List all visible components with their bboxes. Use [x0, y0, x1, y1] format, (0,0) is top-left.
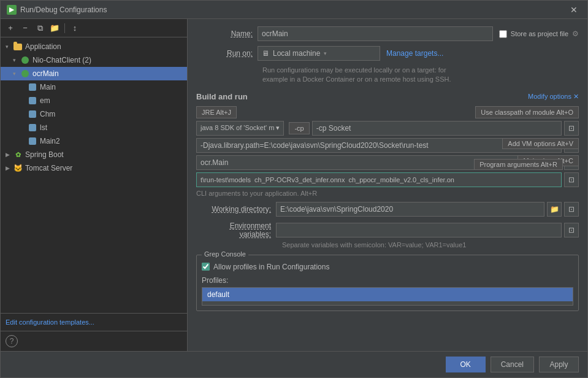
- expand-arrow: ▾: [6, 44, 13, 50]
- main2-label: Main2: [40, 137, 60, 145]
- working-dir-expand-button[interactable]: ⊡: [564, 202, 579, 217]
- dropdown-arrow-icon: ▾: [324, 50, 327, 56]
- main2-icon: [28, 136, 37, 146]
- tomcat-label: Tomcat Server: [25, 164, 72, 172]
- sort-button[interactable]: ↕: [69, 22, 81, 34]
- copy-icon: ⧉: [37, 23, 43, 33]
- left-toolbar: + − ⧉ 📁 ↕: [1, 19, 187, 37]
- close-button[interactable]: ✕: [567, 4, 581, 16]
- manage-targets-link[interactable]: Manage targets...: [386, 49, 443, 58]
- working-dir-row: Working directory: 📁 ⊡: [196, 202, 579, 217]
- env-vars-input[interactable]: [276, 223, 562, 237]
- remove-config-button[interactable]: −: [19, 22, 31, 34]
- right-panel: Name: Store as project file ⚙ Run on: 🖥 …: [188, 19, 587, 351]
- tree-em[interactable]: em: [1, 94, 187, 107]
- prog-args-input[interactable]: [196, 172, 562, 187]
- chm-label: Chm: [40, 110, 55, 118]
- edit-templates-link[interactable]: Edit configuration templates...: [1, 313, 187, 331]
- chm-icon: [28, 109, 37, 119]
- sort-icon: ↕: [73, 23, 77, 33]
- allow-profiles-row: Allow profiles in Run Configurations: [202, 263, 573, 271]
- ok-button[interactable]: OK: [446, 357, 486, 372]
- application-folder-icon: [13, 42, 23, 52]
- modify-options-link[interactable]: Modify options ✕: [528, 93, 579, 101]
- sdk-label-text: java 8 SDK of 'Socket' m ▾: [200, 124, 280, 132]
- run-on-row: Run on: 🖥 Local machine ▾ Manage targets…: [196, 46, 579, 61]
- tomcat-icon: 🐱: [13, 163, 23, 173]
- nio-chat-icon: [20, 55, 30, 65]
- folder-config-button[interactable]: 📁: [48, 22, 61, 34]
- prog-args-row: ⊡ Program arguments Alt+R: [196, 172, 579, 187]
- tree-main2[interactable]: Main2: [1, 134, 187, 148]
- expand-arrow: ▶: [6, 165, 13, 171]
- grep-console-legend: Grep Console: [202, 250, 248, 258]
- cp-flag: -cp: [289, 122, 309, 134]
- cli-hint-text: CLI arguments to your application. Alt+R: [196, 190, 579, 197]
- bottom-bar: OK Cancel Apply: [1, 351, 587, 377]
- tree-main[interactable]: Main: [1, 80, 187, 94]
- allow-profiles-checkbox[interactable]: [202, 263, 210, 271]
- help-area: ?: [1, 331, 187, 351]
- name-label: Name:: [196, 29, 258, 38]
- sdk-dropdown[interactable]: java 8 SDK of 'Socket' m ▾: [196, 121, 284, 136]
- working-dir-input[interactable]: [276, 202, 544, 217]
- ocrmain-label: ocrMain: [32, 69, 59, 78]
- working-dir-folder-button[interactable]: 📁: [547, 202, 562, 217]
- allow-profiles-label: Allow profiles in Run Configurations: [213, 263, 329, 271]
- main-content: + − ⧉ 📁 ↕ ▾: [1, 19, 587, 351]
- info-text: Run configurations may be executed local…: [262, 66, 579, 85]
- profiles-list: default: [202, 287, 573, 306]
- env-vars-expand-button[interactable]: ⊡: [564, 223, 579, 237]
- prog-args-expand-button[interactable]: ⊡: [564, 172, 579, 187]
- nio-chat-label: Nio-ChatClient (2): [32, 56, 91, 64]
- application-label: Application: [25, 42, 61, 51]
- jre-hint[interactable]: JRE Alt+J: [196, 106, 237, 118]
- cancel-button[interactable]: Cancel: [491, 357, 534, 372]
- folder-icon: 📁: [50, 23, 59, 33]
- name-input[interactable]: [258, 26, 493, 41]
- left-panel: + − ⧉ 📁 ↕ ▾: [1, 19, 188, 351]
- tree-nio-chat[interactable]: ▾ Nio-ChatClient (2): [1, 53, 187, 67]
- lst-icon: [28, 123, 37, 133]
- gear-icon[interactable]: ⚙: [572, 29, 579, 38]
- title-bar: ▶ Run/Debug Configurations ✕: [1, 1, 587, 19]
- help-button[interactable]: ?: [6, 335, 18, 347]
- expand-arrow: ▾: [13, 57, 20, 63]
- expand-classpath-button[interactable]: ⊡: [564, 121, 579, 136]
- build-run-title: Build and run: [196, 92, 248, 101]
- prog-args-hint: Program arguments Alt+R: [474, 159, 563, 170]
- store-label: Store as project file: [511, 30, 568, 37]
- em-icon: [28, 96, 37, 106]
- env-hint-text: Separate variables with semicolon: VAR=v…: [282, 241, 579, 249]
- classpath-input[interactable]: [312, 121, 562, 136]
- run-on-dropdown[interactable]: 🖥 Local machine ▾: [258, 46, 380, 61]
- spring-boot-label: Spring Boot: [25, 150, 64, 159]
- em-label: em: [40, 96, 50, 105]
- run-debug-dialog: ▶ Run/Debug Configurations ✕ + − ⧉ 📁 ↕: [0, 0, 588, 378]
- profile-item-default[interactable]: default: [202, 288, 573, 301]
- build-run-header: Build and run Modify options ✕: [196, 92, 579, 101]
- grep-console-group: Grep Console Allow profiles in Run Confi…: [196, 255, 579, 311]
- tree-spring-boot[interactable]: ▶ ✿ Spring Boot: [1, 148, 187, 161]
- tree-tomcat[interactable]: ▶ 🐱 Tomcat Server: [1, 161, 187, 175]
- store-as-project-checkbox[interactable]: [499, 30, 507, 38]
- local-machine-icon: 🖥: [262, 49, 269, 58]
- classpath-hint[interactable]: Use classpath of module Alt+O: [475, 106, 579, 118]
- tree-application[interactable]: ▾ Application: [1, 40, 187, 53]
- spring-boot-icon: ✿: [13, 150, 23, 160]
- sdk-classpath-row: java 8 SDK of 'Socket' m ▾ -cp ⊡: [196, 121, 579, 136]
- expand-arrow: ▶: [6, 152, 13, 158]
- toolbar-divider: [64, 23, 65, 33]
- add-vm-hint: Add VM options Alt+V: [502, 138, 579, 149]
- tree-lst[interactable]: lst: [1, 121, 187, 134]
- title-bar-left: ▶ Run/Debug Configurations: [7, 5, 107, 15]
- main-icon: [28, 82, 37, 92]
- tree-chm[interactable]: Chm: [1, 107, 187, 121]
- add-config-button[interactable]: +: [4, 22, 17, 34]
- copy-config-button[interactable]: ⧉: [34, 22, 46, 34]
- tree-ocrmain[interactable]: ▾ ocrMain: [1, 67, 187, 80]
- expand-arrow: ▾: [13, 71, 20, 77]
- apply-button[interactable]: Apply: [539, 357, 579, 372]
- local-machine-text: Local machine: [273, 49, 320, 58]
- lst-label: lst: [40, 123, 47, 132]
